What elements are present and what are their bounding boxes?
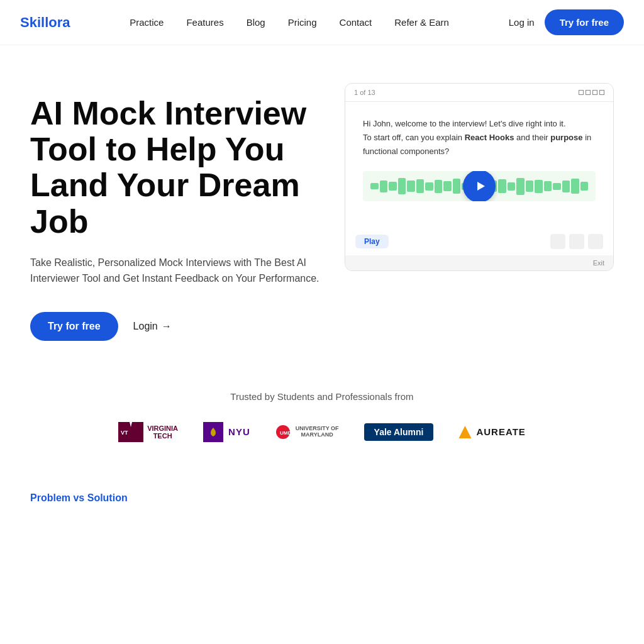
waveform-bar — [553, 183, 561, 190]
aureate-triangle-icon — [458, 426, 471, 438]
waveform-bar — [526, 180, 534, 192]
waveform-bar — [435, 180, 443, 193]
navbar: Skillora Practice Features Blog Pricing … — [0, 0, 644, 45]
waveform-bar — [508, 182, 516, 191]
hero-try-button[interactable]: Try for free — [30, 312, 118, 341]
nav-links: Practice Features Blog Pricing Contact R… — [130, 17, 449, 28]
nav-contact[interactable]: Contact — [340, 17, 372, 28]
highlight-purpose: purpose — [550, 133, 582, 142]
nyu-flame-icon — [208, 426, 219, 438]
logo-umd: UMD UNIVERSITY OF MARYLAND — [275, 425, 339, 440]
hero-right: 1 of 13 Hi John, welcome to the intervie… — [345, 83, 614, 271]
svg-text:VT: VT — [121, 430, 128, 436]
umd-icon: UMD — [275, 425, 291, 440]
waveform-bar — [416, 179, 425, 193]
trusted-text: Trusted by Students and Professionals fr… — [20, 391, 624, 402]
control-dots — [550, 234, 603, 249]
logo-nyu: NYU — [203, 422, 250, 442]
nav-right: Log in Try for free — [509, 9, 624, 35]
logo-yale: Yale Alumni — [364, 423, 434, 441]
waveform-bar — [370, 183, 379, 189]
waveform-bar — [535, 180, 543, 193]
hero-section: AI Mock Interview Tool to Help You Land … — [0, 45, 644, 366]
nav-pricing[interactable]: Pricing — [288, 17, 317, 28]
hero-cta: Try for free Login → — [30, 312, 319, 341]
waveform-bar — [498, 179, 506, 193]
waveform-bar — [562, 180, 570, 192]
logos-row: VT VIRGINIA TECH NYU UMD — [20, 422, 624, 442]
highlight-react-hooks: React Hooks — [465, 133, 514, 142]
svg-marker-0 — [477, 182, 485, 191]
trusted-section: Trusted by Students and Professionals fr… — [0, 366, 644, 455]
nav-blog[interactable]: Blog — [247, 17, 265, 28]
hero-title: AI Mock Interview Tool to Help You Land … — [30, 96, 319, 240]
play-icon — [474, 180, 487, 192]
play-button[interactable] — [463, 171, 496, 201]
nyu-label: NYU — [228, 426, 250, 437]
hero-login-link[interactable]: Login → — [133, 321, 172, 332]
logo-virginia-tech: VT VIRGINIA TECH — [118, 422, 178, 442]
waveform-bar — [516, 178, 525, 195]
virginia-tech-icon: VT — [118, 422, 143, 442]
waveform — [363, 171, 596, 201]
hero-left: AI Mock Interview Tool to Help You Land … — [30, 83, 319, 341]
problem-section: Problem vs Solution — [0, 455, 644, 516]
control-dot-1[interactable] — [550, 234, 565, 249]
waveform-bar — [453, 179, 461, 194]
control-dot-3[interactable] — [588, 234, 603, 249]
nav-refer[interactable]: Refer & Earn — [394, 17, 449, 28]
nyu-box — [203, 422, 223, 442]
video-preview: 1 of 13 Hi John, welcome to the intervie… — [345, 83, 614, 271]
video-bottom-bar: Exit — [345, 255, 613, 270]
exit-button[interactable]: Exit — [593, 259, 604, 267]
arrow-icon: → — [162, 321, 172, 332]
waveform-bar — [544, 181, 552, 191]
play-label[interactable]: Play — [355, 235, 389, 248]
nav-practice[interactable]: Practice — [130, 17, 164, 28]
svg-text:UMD: UMD — [280, 430, 291, 436]
umd-label-2: MARYLAND — [296, 432, 339, 438]
waveform-bar — [389, 182, 397, 191]
interview-text: Hi John, welcome to the interview! Let's… — [363, 117, 596, 158]
login-link[interactable]: Log in — [509, 17, 535, 28]
video-top-bar: 1 of 13 — [345, 84, 613, 102]
problem-label: Problem vs Solution — [30, 492, 614, 504]
yale-label: Yale Alumni — [374, 427, 424, 437]
hero-subtitle: Take Realistic, Personalized Mock Interv… — [30, 255, 319, 287]
waveform-bar — [443, 181, 452, 191]
play-button-container — [463, 171, 496, 201]
waveform-bar — [425, 182, 433, 191]
control-dot-2[interactable] — [569, 234, 584, 249]
waveform-bar — [398, 178, 406, 194]
waveform-bar — [380, 180, 388, 192]
video-counter: 1 of 13 — [354, 89, 375, 96]
waveform-bar — [407, 180, 415, 192]
nav-features[interactable]: Features — [186, 17, 223, 28]
logo-aureate: AUREATE — [458, 426, 525, 438]
aureate-label: AUREATE — [476, 426, 525, 437]
brand-logo[interactable]: Skillora — [20, 14, 70, 31]
try-free-button[interactable]: Try for free — [545, 9, 624, 35]
waveform-bar — [571, 179, 579, 194]
video-content: Hi John, welcome to the interview! Let's… — [345, 102, 613, 228]
video-controls: Play — [345, 228, 613, 255]
waveform-bar — [580, 182, 589, 191]
expand-icon[interactable] — [579, 90, 604, 95]
